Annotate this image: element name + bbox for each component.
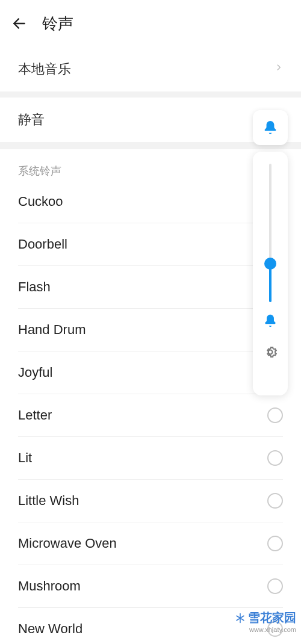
watermark-text: 雪花家园: [248, 610, 296, 626]
gear-icon[interactable]: [262, 344, 278, 362]
ringtone-item[interactable]: Mushroom: [18, 565, 283, 608]
radio-icon[interactable]: [267, 407, 283, 423]
ringtone-label: Little Wish: [18, 493, 79, 509]
ringtone-item[interactable]: Flash: [18, 266, 283, 309]
ringtone-label: New World: [18, 621, 82, 637]
ringtone-label: Doorbell: [18, 237, 67, 252]
volume-slider-panel: [253, 152, 288, 395]
ringtone-label: Mushroom: [18, 578, 81, 594]
watermark-url: www.xhjaty.com: [235, 626, 296, 633]
ringtone-item[interactable]: Little Wish: [18, 480, 283, 522]
ringtone-item[interactable]: Doorbell: [18, 223, 283, 266]
page-title: 铃声: [42, 13, 73, 34]
ringtone-item[interactable]: Lit: [18, 437, 283, 480]
chevron-right-icon: [275, 61, 283, 78]
ringtone-label: Microwave Oven: [18, 536, 117, 551]
ringtone-label: Hand Drum: [18, 322, 85, 338]
ringtone-label: Lit: [18, 450, 32, 466]
snowflake-icon: [235, 613, 246, 624]
back-icon[interactable]: [11, 15, 28, 32]
ringtone-label: Joyful: [18, 365, 52, 380]
radio-icon[interactable]: [267, 450, 283, 466]
ringtone-item[interactable]: Hand Drum: [18, 309, 283, 351]
ringtone-label: Letter: [18, 407, 52, 423]
ringtone-item[interactable]: Joyful: [18, 351, 283, 394]
local-music-row[interactable]: 本地音乐: [0, 47, 301, 91]
radio-icon[interactable]: [267, 536, 283, 551]
bell-icon[interactable]: [262, 313, 278, 331]
radio-icon[interactable]: [267, 578, 283, 594]
volume-slider-thumb[interactable]: [264, 258, 276, 270]
volume-mode-button[interactable]: [253, 110, 288, 145]
ringtone-label: Flash: [18, 279, 51, 295]
header-bar: 铃声: [0, 0, 301, 47]
ringtone-item[interactable]: Microwave Oven: [18, 522, 283, 565]
local-music-label: 本地音乐: [18, 60, 71, 78]
mute-label: 静音: [18, 112, 45, 127]
category-label: 系统铃声: [18, 149, 283, 184]
volume-slider[interactable]: [269, 164, 272, 302]
ringtone-item[interactable]: Cuckoo: [18, 184, 283, 223]
watermark: 雪花家园 www.xhjaty.com: [235, 610, 296, 633]
ringtone-item[interactable]: Letter: [18, 394, 283, 437]
ringtone-label: Cuckoo: [18, 194, 63, 209]
radio-icon[interactable]: [267, 493, 283, 509]
